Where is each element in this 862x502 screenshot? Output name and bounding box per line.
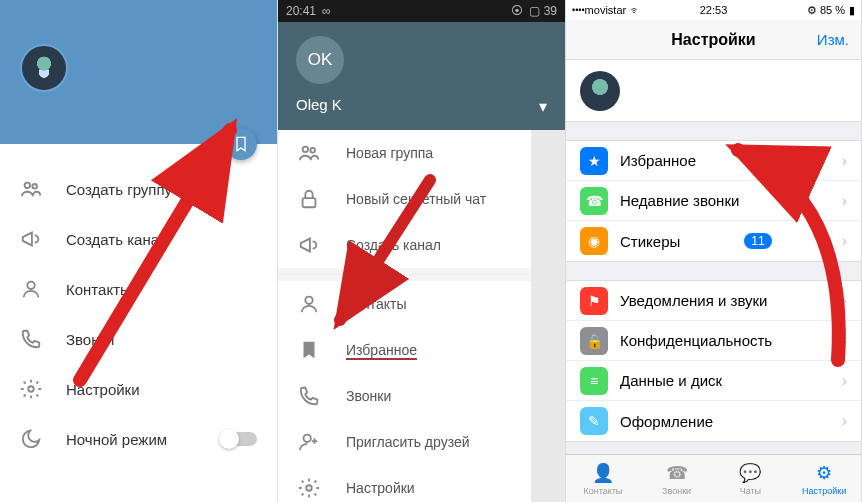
drawer-header [0, 0, 277, 144]
nav-bar: Настройки Изм. [566, 20, 861, 60]
person-icon [20, 278, 44, 300]
toggle[interactable] [221, 432, 257, 446]
setting-icon: 🔒 [580, 327, 608, 355]
drawer-header: OK Oleg K ▾ [278, 22, 565, 130]
bookmark-icon [233, 136, 249, 152]
svg-point-5 [303, 147, 309, 153]
setting-label: Стикеры [620, 233, 680, 250]
tab-icon: ⚙ [816, 462, 832, 484]
menu-item-bookmark[interactable]: Избранное [278, 327, 565, 373]
settings-item[interactable]: ≡Данные и диск› [566, 361, 861, 401]
menu-item-group[interactable]: Создать группу [0, 164, 277, 214]
menu-label: Звонки [346, 388, 391, 404]
settings-item[interactable]: 🔒Конфиденциальность› [566, 321, 861, 361]
settings-item[interactable]: ☎Недавние звонки› [566, 181, 861, 221]
menu-label: Звонки [66, 331, 114, 348]
menu-item-phone[interactable]: Звонки [0, 314, 277, 364]
menu-label: Настройки [346, 480, 415, 496]
setting-label: Избранное [620, 152, 696, 169]
menu-item-moon[interactable]: Ночной режим [0, 414, 277, 464]
bookmark-icon [298, 339, 320, 361]
battery-icon: ▢ 39 [529, 4, 557, 18]
menu-group-b: КонтактыИзбранноеЗвонкиПригласить друзей… [278, 281, 565, 502]
menu-label: Новый секретный чат [346, 191, 486, 207]
edit-button[interactable]: Изм. [817, 31, 849, 48]
settings-item[interactable]: ★Избранное› [566, 141, 861, 181]
menu-item-person[interactable]: Контакты [0, 264, 277, 314]
menu-label: Создать группу [66, 181, 172, 198]
setting-icon: ★ [580, 147, 608, 175]
settings-item[interactable]: ⚑Уведомления и звуки› [566, 281, 861, 321]
settings-section-2: ⚑Уведомления и звуки›🔒Конфиденциальность… [566, 280, 861, 442]
avatar[interactable] [20, 44, 68, 92]
tab-Звонки[interactable]: ☎Звонки [640, 455, 714, 502]
svg-rect-7 [303, 198, 316, 207]
chevron-right-icon: › [842, 372, 847, 390]
carrier: movistar [585, 4, 627, 16]
chevron-down-icon[interactable]: ▾ [539, 97, 547, 116]
menu-group-a: Новая группаНовый секретный чатСоздать к… [278, 130, 565, 268]
svg-point-3 [28, 386, 34, 392]
lock-icon [298, 188, 320, 210]
setting-label: Оформление [620, 413, 713, 430]
status-time: 20:41 [286, 4, 316, 18]
group-icon [20, 178, 44, 200]
chevron-right-icon: › [842, 192, 847, 210]
tab-label: Контакты [583, 486, 622, 496]
menu-item-phone[interactable]: Звонки [278, 373, 565, 419]
svg-point-9 [304, 435, 311, 442]
menu-item-group[interactable]: Новая группа [278, 130, 565, 176]
chevron-right-icon: › [842, 292, 847, 310]
menu-label: Настройки [66, 381, 140, 398]
setting-icon: ◉ [580, 227, 608, 255]
setting-label: Конфиденциальность [620, 332, 772, 349]
menu-label: Создать канал [66, 231, 168, 248]
menu-label: Контакты [346, 296, 406, 312]
setting-icon: ⚑ [580, 287, 608, 315]
menu-label: Пригласить друзей [346, 434, 470, 450]
svg-point-10 [306, 485, 312, 491]
group-icon [298, 142, 320, 164]
tab-Настройки[interactable]: ⚙Настройки [787, 455, 861, 502]
megaphone-icon [20, 228, 44, 250]
tab-Чаты[interactable]: 💬Чаты [714, 455, 788, 502]
tab-Контакты[interactable]: 👤Контакты [566, 455, 640, 502]
svg-point-6 [310, 148, 315, 153]
saved-messages-button[interactable] [225, 128, 257, 160]
tab-icon: ☎ [666, 462, 688, 484]
setting-label: Уведомления и звуки [620, 292, 767, 309]
avatar[interactable]: OK [296, 36, 344, 84]
menu-label: Новая группа [346, 145, 433, 161]
setting-label: Недавние звонки [620, 192, 739, 209]
status-bar: •••• movistar ᯤ 22:53 ⚙ 85 % ▮ [566, 0, 861, 20]
menu-label: Избранное [346, 342, 417, 358]
menu-label: Создать канал [346, 237, 441, 253]
tab-icon: 💬 [739, 462, 761, 484]
svg-point-0 [25, 183, 30, 189]
setting-icon: ≡ [580, 367, 608, 395]
menu-item-gear[interactable]: Настройки [278, 465, 565, 502]
menu-item-megaphone[interactable]: Создать канал [278, 222, 565, 268]
megaphone-icon [298, 234, 320, 256]
setting-icon: ☎ [580, 187, 608, 215]
moon-icon [20, 428, 44, 450]
menu-item-person[interactable]: Контакты [278, 281, 565, 327]
menu-item-megaphone[interactable]: Создать канал [0, 214, 277, 264]
settings-section-1: ★Избранное›☎Недавние звонки›◉Стикеры11› [566, 140, 861, 262]
gear-icon [298, 477, 320, 499]
wifi-icon: ᯤ [630, 4, 641, 16]
settings-item[interactable]: ◉Стикеры11› [566, 221, 861, 261]
tab-label: Чаты [740, 486, 761, 496]
phone-icon [20, 328, 44, 350]
menu-item-adduser[interactable]: Пригласить друзей [278, 419, 565, 465]
chevron-right-icon: › [842, 232, 847, 250]
chevron-right-icon: › [842, 152, 847, 170]
profile-row[interactable] [566, 60, 861, 122]
menu-item-gear[interactable]: Настройки [0, 364, 277, 414]
adduser-icon [298, 431, 320, 453]
person-icon [298, 293, 320, 315]
wifi-icon: ⦿ [511, 4, 523, 18]
menu-item-lock[interactable]: Новый секретный чат [278, 176, 565, 222]
status-bar: 20:41 ∞ ⦿ ▢ 39 [278, 0, 565, 22]
settings-item[interactable]: ✎Оформление› [566, 401, 861, 441]
